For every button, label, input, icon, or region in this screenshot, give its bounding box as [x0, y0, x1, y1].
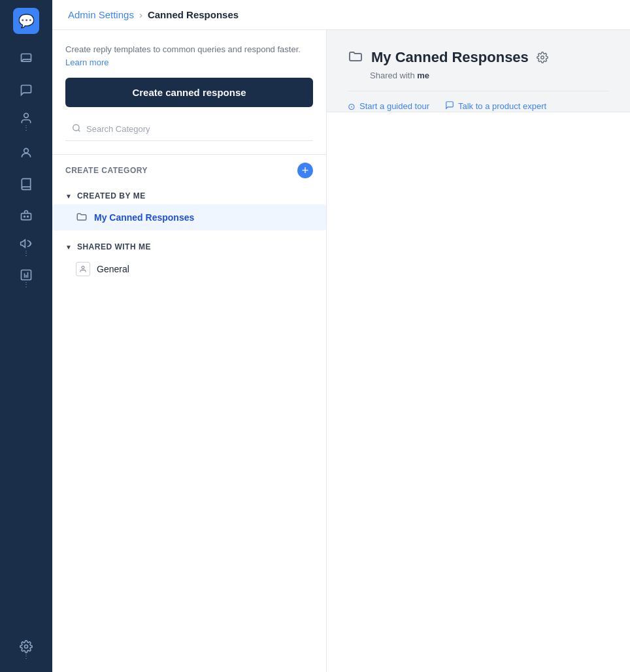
create-category-label: CREATE CATEGORY: [65, 166, 148, 175]
panel-title-row: My Canned Responses: [348, 48, 609, 67]
product-expert-icon: [445, 101, 454, 112]
breadcrumb-bar: Admin Settings › Canned Responses: [52, 0, 630, 30]
svg-point-4: [24, 216, 25, 217]
folder-icon: [76, 211, 88, 224]
action-links: ⊙ Start a guided tour Talk to a product …: [348, 91, 609, 112]
content-layout: Create reply templates to common queries…: [52, 30, 630, 672]
nav-item-inbox[interactable]: [12, 76, 41, 104]
left-panel-top: Create reply templates to common queries…: [52, 30, 326, 154]
nav-dots-2: ⋮: [23, 250, 30, 257]
nav-item-megaphone[interactable]: ⋮: [12, 232, 41, 261]
start-guided-tour-link[interactable]: ⊙ Start a guided tour: [348, 101, 445, 112]
panel-subtitle: Shared with me: [370, 71, 609, 80]
guided-tour-label: Start a guided tour: [359, 101, 429, 111]
create-canned-response-button[interactable]: Create canned response: [65, 78, 313, 107]
right-panel: My Canned Responses Shared with me ⊙ Sta…: [327, 30, 630, 672]
shared-folder-icon: [76, 262, 90, 276]
svg-point-10: [541, 56, 544, 59]
nav-item-reports[interactable]: ⋮: [12, 264, 41, 293]
created-by-me-toggle[interactable]: ▼: [65, 193, 72, 200]
nav-item-profile[interactable]: [12, 138, 41, 167]
svg-point-9: [82, 266, 84, 269]
right-content-area: [327, 112, 630, 672]
add-category-button[interactable]: +: [297, 163, 313, 178]
right-panel-header: My Canned Responses Shared with me ⊙ Sta…: [327, 30, 630, 112]
main-wrapper: Admin Settings › Canned Responses Create…: [52, 0, 630, 672]
general-item[interactable]: General: [52, 255, 326, 283]
nav-dots-3: ⋮: [23, 281, 30, 288]
svg-point-8: [73, 125, 79, 131]
svg-point-7: [25, 645, 28, 648]
left-panel: Create reply templates to common queries…: [52, 30, 327, 672]
nav-item-contacts[interactable]: ⋮: [12, 107, 41, 136]
learn-more-link[interactable]: Learn more: [65, 57, 108, 67]
nav-dots: ⋮: [23, 125, 30, 131]
gear-icon-button[interactable]: [537, 52, 548, 63]
nav-item-conversations[interactable]: [12, 44, 41, 73]
shared-with-me-toggle[interactable]: ▼: [65, 244, 72, 251]
helper-text: Create reply templates to common queries…: [65, 43, 313, 69]
app-logo[interactable]: 💬: [13, 8, 39, 34]
create-category-header: CREATE CATEGORY +: [52, 154, 326, 185]
svg-point-1: [24, 114, 29, 118]
talk-to-product-expert-link[interactable]: Talk to a product expert: [445, 101, 562, 112]
nav-item-settings[interactable]: ⋮: [12, 635, 41, 664]
svg-rect-3: [22, 214, 31, 220]
search-icon: [72, 123, 81, 135]
shared-with-me-title: SHARED WITH ME: [77, 242, 151, 251]
search-category-input[interactable]: [65, 118, 313, 141]
breadcrumb-parent[interactable]: Admin Settings: [68, 9, 134, 20]
panel-title: My Canned Responses: [371, 49, 529, 66]
guided-tour-icon: ⊙: [348, 101, 356, 112]
shared-with-me-section-header: ▼ SHARED WITH ME: [52, 236, 326, 255]
nav-dots-4: ⋮: [23, 653, 30, 660]
created-by-me-title: CREATED BY ME: [77, 191, 146, 200]
product-expert-label: Talk to a product expert: [458, 101, 546, 111]
breadcrumb-separator: ›: [139, 9, 142, 20]
logo-icon: 💬: [18, 13, 35, 29]
search-container: [65, 118, 313, 141]
left-navigation: 💬 ⋮ ⋮ ⋮ ⋮: [0, 0, 52, 672]
panel-folder-icon: [348, 48, 363, 67]
my-canned-responses-label: My Canned Responses: [94, 212, 194, 223]
my-canned-responses-item[interactable]: My Canned Responses: [52, 204, 326, 231]
nav-item-knowledge[interactable]: [12, 170, 41, 199]
general-label: General: [97, 264, 129, 274]
svg-point-5: [27, 216, 29, 217]
created-by-me-section-header: ▼ CREATED BY ME: [52, 185, 326, 204]
nav-item-bot[interactable]: [12, 201, 41, 230]
breadcrumb-current: Canned Responses: [148, 9, 239, 20]
svg-point-2: [24, 148, 29, 153]
